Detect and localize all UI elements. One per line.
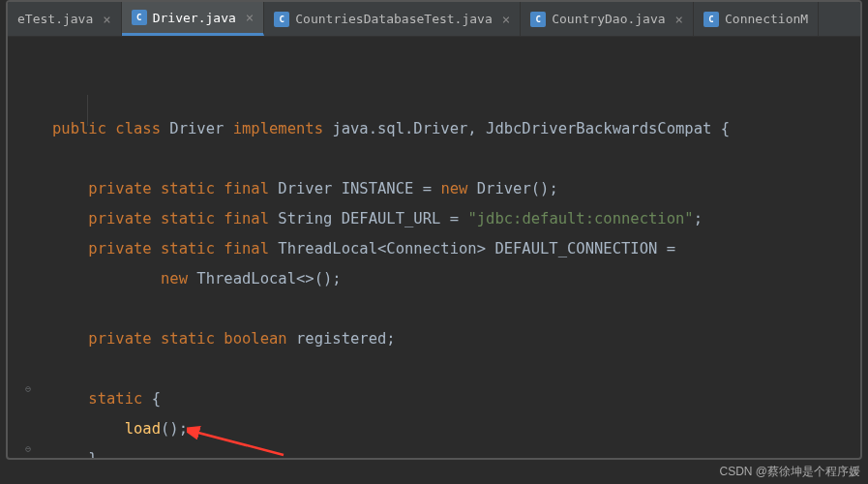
tab-countrydao[interactable]: C CountryDao.java × [521, 2, 694, 36]
fold-open-icon[interactable]: ⊖ [25, 383, 31, 394]
code-line: } [52, 450, 98, 460]
tab-label: ConnectionM [725, 12, 808, 26]
close-icon[interactable]: × [246, 10, 254, 25]
fold-close-icon[interactable]: ⊖ [25, 443, 31, 454]
editor-window: eTest.java × C Driver.java × C Countries… [6, 0, 862, 460]
java-class-icon: C [530, 12, 546, 27]
close-icon[interactable]: × [103, 12, 110, 27]
code-line: private static final ThreadLocal<Connect… [52, 240, 675, 257]
code-line: private static final Driver INSTANCE = n… [52, 180, 558, 197]
watermark: CSDN @蔡徐坤是个程序媛 [719, 464, 860, 480]
code-line: static { [52, 390, 161, 408]
tab-label: Driver.java [153, 11, 236, 25]
gutter: ⊖ ⊖ [8, 54, 46, 460]
code-line: new ThreadLocal<>(); [52, 270, 342, 287]
tab-label: eTest.java [17, 12, 93, 26]
tab-bar: eTest.java × C Driver.java × C Countries… [8, 2, 860, 37]
tab-etest[interactable]: eTest.java × [8, 2, 122, 36]
java-class-icon: C [132, 10, 147, 25]
tab-connectionm[interactable]: C ConnectionM [694, 2, 819, 36]
code-line: private static boolean registered; [52, 330, 396, 348]
java-class-icon: C [274, 12, 289, 27]
close-icon[interactable]: × [502, 12, 510, 27]
close-icon[interactable]: × [675, 12, 683, 27]
code-line: load(); [52, 420, 188, 438]
java-class-icon: C [703, 12, 719, 27]
code-editor[interactable]: ⊖ ⊖ public class Driver implements java.… [8, 37, 860, 460]
indent-guide [87, 95, 88, 126]
tab-driver[interactable]: C Driver.java × [122, 2, 265, 36]
code-content: public class Driver implements java.sql.… [46, 54, 730, 460]
tab-label: CountriesDatabaseTest.java [295, 12, 493, 26]
code-line: private static final String DEFAULT_URL … [52, 210, 703, 227]
code-line: public class Driver implements java.sql.… [52, 120, 730, 137]
tab-label: CountryDao.java [552, 12, 665, 26]
tab-countriesdbtest[interactable]: C CountriesDatabaseTest.java × [264, 2, 521, 36]
